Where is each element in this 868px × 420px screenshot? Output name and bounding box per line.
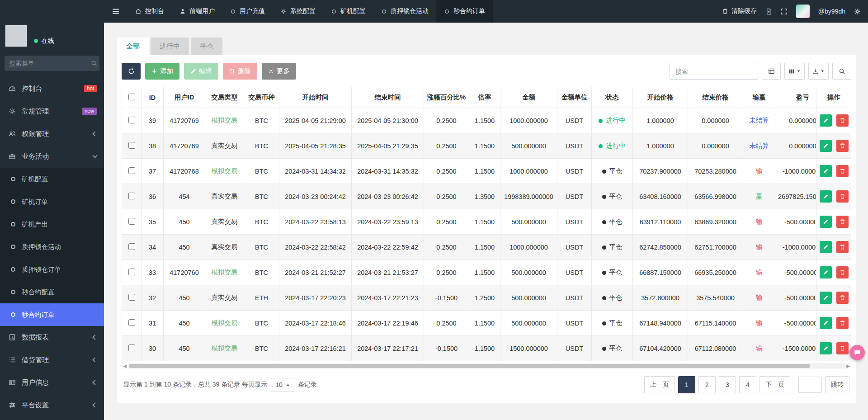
sidebar-item-lending[interactable]: 借贷管理: [0, 349, 104, 371]
sidebar-item-reports[interactable]: 数据报表: [0, 326, 104, 349]
submenu-item-miner-config[interactable]: 矿机配置: [0, 168, 104, 190]
delete-row-button[interactable]: [836, 342, 849, 354]
menu-search-input[interactable]: [9, 60, 91, 67]
settings-gear-icon[interactable]: [854, 8, 861, 15]
select-all-checkbox[interactable]: [128, 94, 135, 100]
row-checkbox[interactable]: [128, 167, 135, 174]
tab-all[interactable]: 全部: [117, 38, 149, 55]
more-button[interactable]: 更多: [262, 63, 296, 80]
edit-row-button[interactable]: [820, 317, 832, 329]
table-row[interactable]: 38 41720769 真实交易 BTC 2025-04-05 21:28:35…: [122, 133, 851, 159]
table-row[interactable]: 32 450 真实交易 ETH 2024-03-17 22:20:23 2024…: [122, 285, 851, 311]
topbar-tab-console[interactable]: 控制台: [127, 0, 172, 23]
floating-service-button[interactable]: [849, 345, 865, 360]
delete-button[interactable]: 删除: [223, 63, 257, 80]
table-search-input[interactable]: [670, 63, 758, 80]
horizontal-scrollbar[interactable]: ◀ ▶: [122, 363, 851, 369]
table-row[interactable]: 30 450 模拟交易 BTC 2024-03-17 22:16:21 2024…: [122, 336, 851, 361]
edit-row-button[interactable]: [820, 114, 832, 127]
edit-row-button[interactable]: [820, 165, 832, 177]
next-page-button[interactable]: 下一页: [760, 376, 790, 393]
table-row[interactable]: 33 41720760 模拟交易 BTC 2024-03-21 21:52:27…: [122, 260, 851, 285]
delete-row-button[interactable]: [836, 241, 849, 253]
username[interactable]: @by99dh: [818, 8, 845, 15]
sidebar-item-general[interactable]: 常规管理 new: [0, 100, 104, 123]
table-row[interactable]: 37 41720768 模拟交易 BTC 2024-03-31 14:34:32…: [122, 159, 851, 184]
edit-row-button[interactable]: [820, 216, 832, 228]
page-size-select[interactable]: 10: [271, 378, 294, 392]
search-toggle-button[interactable]: [832, 63, 851, 80]
edit-row-button[interactable]: [820, 266, 832, 278]
topbar-tab-user-recharge[interactable]: 用户充值: [222, 0, 273, 23]
table-row[interactable]: 34 450 真实交易 BTC 2024-03-22 22:58:42 2024…: [122, 235, 851, 260]
delete-row-button[interactable]: [836, 266, 849, 278]
row-checkbox[interactable]: [128, 243, 135, 250]
refresh-cache-icon[interactable]: [765, 8, 772, 15]
submenu-item-seconds-orders[interactable]: 秒合约订单: [0, 303, 104, 326]
prev-page-button[interactable]: 上一页: [644, 376, 675, 393]
edit-row-button[interactable]: [820, 292, 832, 304]
submenu-item-staking-activity[interactable]: 质押锁仓活动: [0, 236, 104, 258]
clear-cache-button[interactable]: 清除缓存: [722, 7, 757, 15]
fullscreen-icon[interactable]: [781, 8, 788, 15]
delete-row-button[interactable]: [836, 317, 849, 329]
submenu-item-staking-orders[interactable]: 质押锁仓订单: [0, 258, 104, 281]
sidebar-item-platform-settings[interactable]: 平台设置: [0, 394, 104, 416]
topbar-tab-frontend-users[interactable]: 前端用户: [172, 0, 222, 23]
sidebar-item-console[interactable]: 控制台 hot: [0, 77, 104, 100]
jump-page-input[interactable]: [798, 377, 822, 393]
delete-row-button[interactable]: [836, 216, 849, 228]
sidebar-item-permissions[interactable]: 权限管理: [0, 123, 104, 145]
row-checkbox[interactable]: [128, 269, 135, 275]
edit-row-button[interactable]: [820, 140, 832, 152]
row-checkbox[interactable]: [128, 142, 135, 149]
edit-row-button[interactable]: [820, 190, 832, 203]
scroll-right-arrow-icon[interactable]: ▶: [845, 363, 851, 368]
delete-row-button[interactable]: [836, 114, 849, 127]
table-row[interactable]: 39 41720769 模拟交易 BTC 2025-04-05 21:29:00…: [122, 108, 851, 133]
delete-row-button[interactable]: [836, 190, 849, 203]
page-button-1[interactable]: 1: [678, 376, 695, 393]
edit-button[interactable]: 编辑: [184, 63, 218, 80]
edit-row-button[interactable]: [820, 241, 832, 253]
scrollbar-track[interactable]: [128, 363, 845, 368]
delete-row-button[interactable]: [836, 140, 849, 152]
table-row[interactable]: 31 450 模拟交易 BTC 2024-03-17 22:18:46 2024…: [122, 311, 851, 336]
jump-button[interactable]: 跳转: [825, 376, 849, 393]
avatar[interactable]: [796, 5, 810, 18]
add-button[interactable]: 添加: [145, 63, 179, 80]
submenu-item-seconds-config[interactable]: 秒合约配置: [0, 281, 104, 303]
table-row[interactable]: 36 454 真实交易 BTC 2024-03-23 00:24:42 2024…: [122, 184, 851, 209]
topbar-tab-system-config[interactable]: 系统配置: [273, 0, 323, 23]
delete-row-button[interactable]: [836, 292, 849, 304]
delete-row-button[interactable]: [836, 165, 849, 177]
tab-closed[interactable]: 平仓: [191, 38, 222, 55]
row-checkbox[interactable]: [128, 294, 135, 301]
row-checkbox[interactable]: [128, 218, 135, 225]
page-button-3[interactable]: 3: [719, 376, 736, 393]
edit-row-button[interactable]: [820, 342, 832, 354]
user-avatar[interactable]: [5, 25, 27, 47]
submenu-item-miner-output[interactable]: 矿机产出: [0, 213, 104, 236]
topbar-tab-seconds-orders[interactable]: 秒合约订单: [436, 0, 493, 23]
submenu-item-miner-orders[interactable]: 矿机订单: [0, 190, 104, 213]
table-row[interactable]: 35 450 真实交易 BTC 2024-03-22 23:58:13 2024…: [122, 209, 851, 235]
page-button-2[interactable]: 2: [698, 376, 716, 393]
view-toggle-button[interactable]: [762, 63, 781, 80]
refresh-button[interactable]: [122, 63, 141, 80]
row-checkbox[interactable]: [128, 117, 135, 123]
sidebar-item-user-info[interactable]: 用户信息: [0, 371, 104, 394]
row-checkbox[interactable]: [128, 319, 135, 326]
row-checkbox[interactable]: [128, 344, 135, 351]
topbar-tab-staking-activity[interactable]: 质押锁仓活动: [373, 0, 436, 23]
sidebar-item-business[interactable]: 业务活动: [0, 145, 104, 168]
topbar-tab-miner-config[interactable]: 矿机配置: [323, 0, 373, 23]
scroll-left-arrow-icon[interactable]: ◀: [122, 363, 128, 368]
tab-running[interactable]: 进行中: [151, 38, 189, 55]
columns-dropdown-button[interactable]: [784, 63, 805, 80]
row-checkbox[interactable]: [128, 193, 135, 199]
menu-toggle-button[interactable]: [104, 0, 127, 23]
export-dropdown-button[interactable]: [808, 63, 829, 80]
scrollbar-thumb[interactable]: [129, 364, 810, 368]
page-button-4[interactable]: 4: [739, 376, 756, 393]
